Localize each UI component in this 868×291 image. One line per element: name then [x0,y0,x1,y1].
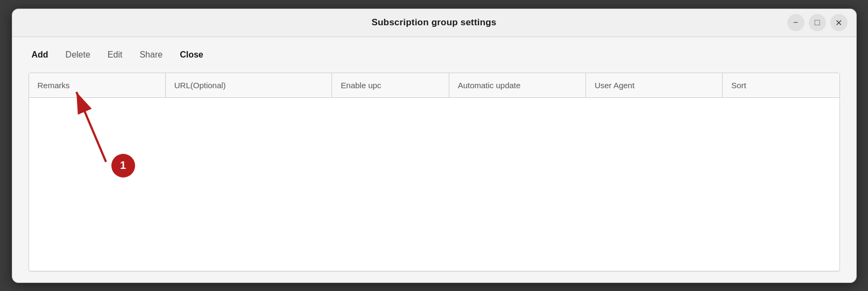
col-user-agent: User Agent [586,73,723,97]
toolbar: Add Delete Edit Share Close [29,48,840,62]
share-button[interactable]: Share [136,48,166,62]
minimize-button[interactable]: − [787,14,805,31]
col-auto-update: Automatic update [449,73,586,97]
col-url: URL(Optional) [166,73,333,97]
close-button[interactable]: ✕ [830,14,848,31]
title-bar: Subscription group settings − □ ✕ [12,9,856,37]
table-container: Remarks URL(Optional) Enable upc Automat… [29,73,840,272]
toolbar-close-button[interactable]: Close [177,48,207,62]
content-area: Add Delete Edit Share Close Remarks URL(… [12,37,856,282]
window-controls: − □ ✕ [787,14,848,31]
maximize-button[interactable]: □ [809,14,826,31]
col-sort: Sort [723,73,839,97]
add-button[interactable]: Add [29,48,52,62]
window-title: Subscription group settings [371,17,496,28]
col-remarks: Remarks [29,73,166,97]
delete-button[interactable]: Delete [62,48,94,62]
col-enable: Enable upc [332,73,449,97]
main-window: Subscription group settings − □ ✕ Add De… [12,9,857,283]
edit-button[interactable]: Edit [104,48,126,62]
annotation-badge: 1 [111,154,135,178]
table-body [29,98,839,270]
table-header: Remarks URL(Optional) Enable upc Automat… [29,73,839,98]
